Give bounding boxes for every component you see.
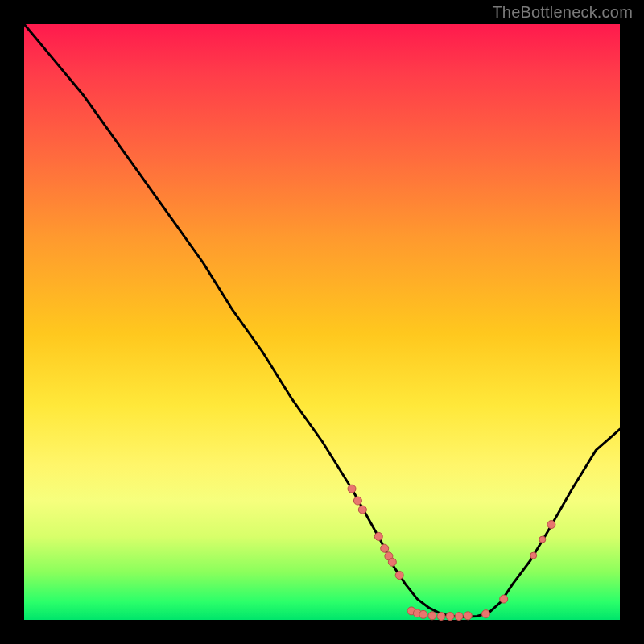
plot-area — [24, 24, 620, 620]
bottleneck-curve — [24, 24, 620, 617]
marker-point — [530, 552, 537, 559]
marker-point — [388, 558, 396, 566]
marker-point — [428, 612, 436, 620]
marker-point — [446, 613, 454, 621]
marker-point — [395, 572, 403, 580]
marker-point — [437, 613, 445, 621]
marker-point — [464, 612, 472, 620]
marker-point — [419, 610, 427, 618]
marker-point — [455, 613, 463, 621]
chart-stage: TheBottleneck.com — [0, 0, 644, 644]
marker-point — [353, 497, 361, 505]
plot-svg-overlay — [24, 24, 620, 620]
marker-point — [374, 532, 382, 540]
watermark-text: TheBottleneck.com — [492, 3, 633, 22]
curve-markers — [348, 485, 555, 620]
marker-point — [482, 610, 490, 618]
marker-point — [500, 595, 508, 603]
marker-point — [547, 521, 555, 529]
marker-point — [348, 485, 356, 493]
marker-point — [358, 506, 366, 514]
marker-point — [381, 544, 389, 552]
marker-point — [539, 536, 546, 543]
